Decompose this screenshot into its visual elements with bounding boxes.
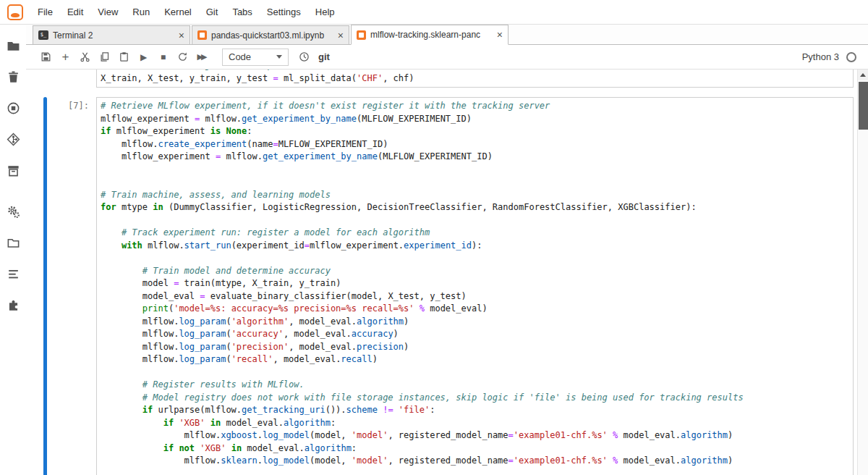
menu-tabs[interactable]: Tabs (225, 0, 259, 24)
tab-terminal-2[interactable]: $_ Terminal 2 × (33, 25, 190, 44)
code-line (101, 366, 849, 379)
code-cell-7[interactable]: [7]: # Retrieve MLflow experiment, if it… (26, 97, 857, 475)
code-line (101, 214, 849, 227)
tab-label: Terminal 2 (53, 30, 176, 41)
tab-pandas-quickstart[interactable]: pandas-quickstart03.ml.ipynb × (192, 25, 349, 44)
code-line: if 'XGB' in model_eval.algorithm: (101, 417, 849, 430)
add-cell-button[interactable]: + (56, 48, 75, 67)
code-line: mlflow.log_param('accuracy', model_eval.… (101, 328, 849, 341)
cell-type-dropdown[interactable]: Code (222, 49, 289, 66)
code-line: mlflow.xgboost.log_model(model, 'model',… (101, 429, 849, 442)
notebook-toolbar: + ▶ ■ ▶▶ Code (26, 45, 868, 70)
menu-file[interactable]: File (30, 0, 60, 24)
menu-view[interactable]: View (90, 0, 125, 24)
chevron-down-icon (276, 55, 282, 59)
code-line: mlflow.sklearn.log_model(model, 'model',… (101, 455, 849, 468)
close-icon[interactable]: × (338, 30, 344, 41)
scrollbar-thumb[interactable] (859, 82, 868, 130)
code-line: X_train, X_test, y_train, y_test = ml_sp… (101, 72, 849, 85)
left-sidebar (0, 25, 26, 475)
notebook-icon (197, 30, 207, 40)
git-branch-icon[interactable] (0, 124, 26, 155)
folder-outline-icon[interactable] (0, 227, 26, 258)
code-line: model_eval = evaluate_binary_classifier(… (101, 290, 849, 303)
kernel-status-icon[interactable] (846, 52, 856, 62)
code-line: mlflow_experiment = mlflow.get_experimen… (101, 151, 849, 164)
code-line: # Retrieve MLflow experiment, if it does… (101, 100, 849, 113)
history-clock-icon[interactable] (294, 48, 314, 67)
notebook-icon (357, 30, 366, 40)
code-editor[interactable]: # Retrieve MLflow experiment, if it does… (96, 97, 854, 475)
run-button[interactable]: ▶ (134, 48, 153, 67)
stop-button[interactable]: ■ (153, 48, 173, 67)
code-line: for mtype in (DummyClassifier, LogisticR… (101, 201, 849, 214)
menu-git[interactable]: Git (199, 0, 226, 24)
list-icon[interactable] (0, 258, 26, 290)
code-line: mlflow.create_experiment(name=MLFLOW_EXP… (101, 138, 849, 151)
code-line: # Register results with MLflow. (101, 379, 849, 392)
close-icon[interactable]: × (497, 30, 503, 40)
code-line: if urlparse(mlflow.get_tracking_uri()).s… (101, 404, 849, 417)
code-line: if not 'XGB' in model_eval.algorithm: (101, 442, 849, 455)
code-line: mlflow.log_param('algorithm', model_eval… (101, 316, 849, 329)
cell-prompt (47, 70, 96, 88)
packages-icon[interactable] (0, 155, 26, 186)
code-line (101, 176, 849, 189)
run-all-button[interactable]: ▶▶ (192, 48, 212, 67)
code-line: # Train model and determine accuracy (101, 265, 849, 278)
jupyterlab-window: File Edit View Run Kernel Git Tabs Setti… (0, 0, 868, 475)
copy-cell-button[interactable] (95, 48, 114, 67)
dock-tab-bar: $_ Terminal 2 × pandas-quickstart03.ml.i… (26, 25, 868, 45)
tab-label: mlflow-tracking.sklearn-panc (370, 30, 494, 40)
terminal-icon: $_ (38, 30, 48, 40)
kernel-name[interactable]: Python 3 (802, 51, 839, 62)
code-line: # Model registry does not work with file… (101, 392, 849, 405)
code-line: with mlflow.start_run(experiment_id=mlfl… (101, 240, 849, 253)
scroll-up-arrow-icon (860, 73, 866, 77)
code-line: # Train machine, assess, and learning mo… (101, 189, 849, 202)
code-line (101, 252, 849, 265)
code-line: print('model=%s: accuracy=%s precision=%… (101, 303, 849, 316)
menu-edit[interactable]: Edit (60, 0, 90, 24)
code-line: if mlflow_experiment is None: (101, 125, 849, 138)
running-kernels-icon[interactable] (0, 93, 26, 124)
tab-label: pandas-quickstart03.ml.ipynb (211, 30, 335, 41)
close-icon[interactable]: × (179, 30, 184, 41)
code-line: # Track experiment run: register a model… (101, 227, 849, 240)
code-line: mlflow_experiment = mlflow.get_experimen… (101, 113, 849, 126)
menu-kernel[interactable]: Kernel (157, 0, 199, 24)
trash-icon[interactable] (0, 62, 26, 93)
tab-mlflow-tracking[interactable]: mlflow-tracking.sklearn-panc × (351, 25, 509, 45)
save-button[interactable] (36, 48, 56, 67)
git-toolbar-label: git (318, 51, 330, 62)
menu-settings[interactable]: Settings (260, 0, 308, 24)
code-line (101, 164, 849, 177)
jupyter-logo (7, 4, 23, 20)
cell-type-value: Code (229, 51, 251, 62)
cell-prompt: [7]: (47, 97, 96, 475)
code-line: mlflow.log_param('precision', model_eval… (101, 341, 849, 354)
scroll-up-button[interactable] (858, 70, 868, 80)
restart-kernel-button[interactable] (173, 48, 192, 67)
code-editor[interactable]: # Create the training and test splitsX_t… (96, 70, 854, 88)
menu-bar: File Edit View Run Kernel Git Tabs Setti… (0, 0, 868, 25)
paste-cell-button[interactable] (114, 48, 134, 67)
vertical-scrollbar (857, 70, 868, 475)
code-line: mlflow.log_param('recall', model_eval.re… (101, 353, 849, 366)
code-cell-previous[interactable]: # Create the training and test splitsX_t… (26, 70, 857, 88)
cut-cell-button[interactable] (75, 48, 95, 67)
menu-run[interactable]: Run (125, 0, 157, 24)
code-line: model = train(mtype, X_train, y_train) (101, 277, 849, 290)
menu-help[interactable]: Help (308, 0, 342, 24)
gears-icon[interactable] (0, 196, 26, 227)
notebook-panel: # Create the training and test splitsX_t… (26, 70, 868, 475)
folder-icon[interactable] (0, 30, 26, 62)
puzzle-icon[interactable] (0, 290, 26, 321)
cell-list: # Create the training and test splitsX_t… (26, 70, 857, 475)
